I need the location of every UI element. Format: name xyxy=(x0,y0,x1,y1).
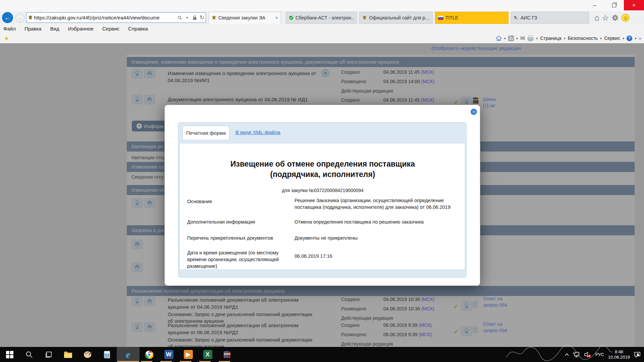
read-mail-icon[interactable]: ✉ xyxy=(520,35,525,42)
browser-action-icons: ⌂ ☆ ☺ xyxy=(594,13,630,22)
window-close-button[interactable]: × xyxy=(624,0,644,10)
screen: – × ← → https://zakupki.gov.ru/44fz/priz… xyxy=(0,0,644,362)
browser-navigation-bar: ← → https://zakupki.gov.ru/44fz/priz/not… xyxy=(0,11,644,24)
russian-flag-icon xyxy=(438,16,443,20)
settings-gear-icon[interactable] xyxy=(611,14,619,21)
internet-explorer-button[interactable]: e xyxy=(117,347,140,362)
folder-icon xyxy=(64,351,72,358)
field-value: Документы не прикреплены xyxy=(294,235,452,241)
tab-label: Официальный сайт для р... xyxy=(369,15,430,20)
search-dropdown-caret[interactable]: ▾ xyxy=(183,16,191,19)
overflow-chevron-icon[interactable]: » xyxy=(639,36,641,41)
window-minimize-button[interactable]: – xyxy=(585,0,604,10)
modal-tab-panel: Печатная форма В виде XML-файла Извещени… xyxy=(178,122,467,278)
tools-caret-icon[interactable]: ▾ xyxy=(623,37,624,40)
menu-favorites[interactable]: Избранное xyxy=(68,26,94,32)
help-caret-icon[interactable]: ▾ xyxy=(635,37,636,40)
word-button[interactable]: W xyxy=(159,347,178,362)
field-label: Дополнительная информация xyxy=(187,219,294,225)
help-icon[interactable]: ? xyxy=(627,36,632,41)
field-label: Перечень прикрепленных документов xyxy=(187,235,294,241)
tray-chevron-icon[interactable] xyxy=(565,353,569,356)
field-value: 06.06.2019 17:16 xyxy=(294,253,452,259)
search-icon xyxy=(25,351,33,358)
command-bar-cluster: ▾ ▾ ✉ ▾ Страница ▾ Безопасность ▾ Сервис… xyxy=(496,33,641,43)
purchase-number: для закупки №0372200084219000094 xyxy=(180,188,466,193)
field-label: Дата и время размещения (по местному вре… xyxy=(187,249,294,269)
window-title-bar: – × xyxy=(0,0,644,11)
file-explorer-button[interactable] xyxy=(58,347,78,362)
security-menu[interactable]: Безопасность xyxy=(568,36,598,41)
paint-palette-icon xyxy=(84,351,92,358)
windows-taskbar: e W ▶ X РУС 8:48 10.06.2019 xyxy=(0,347,644,362)
feedback-smiley-icon[interactable]: ☺ xyxy=(622,14,630,22)
tab-label: Сведения закупки ЭА xyxy=(218,15,273,20)
print-form-content: Извещение об отмене определения поставщи… xyxy=(179,143,465,270)
menu-help[interactable]: Справка xyxy=(128,26,148,32)
field-label: Основание xyxy=(187,198,294,205)
excel-button[interactable]: X xyxy=(198,347,217,362)
start-button[interactable] xyxy=(0,347,19,362)
minimize-icon: – xyxy=(593,2,596,8)
calculator-button[interactable] xyxy=(97,347,117,362)
home-page-icon[interactable] xyxy=(496,36,502,41)
paint-button[interactable] xyxy=(78,347,97,362)
sberbank-favicon xyxy=(289,15,293,20)
menu-edit[interactable]: Правка xyxy=(24,26,42,32)
tab-label: АИС ГЗ xyxy=(521,15,586,20)
print-caret-icon[interactable]: ▾ xyxy=(536,37,538,40)
coat-of-arms-favicon xyxy=(362,15,367,20)
media-player-button[interactable]: ▶ xyxy=(178,347,198,362)
tray-date: 10.06.2019 xyxy=(608,355,630,360)
tab-close-icon[interactable]: × xyxy=(275,15,278,20)
command-bar: ★ ▾ ▾ ✉ ▾ Страница ▾ Безопасность ▾ Серв… xyxy=(0,33,644,44)
tab-print-form[interactable]: Печатная форма xyxy=(182,126,229,139)
task-view-button[interactable] xyxy=(39,347,58,362)
favorites-bar-star-icon[interactable]: ★ xyxy=(4,35,9,42)
tab-zakupki[interactable]: Сведения закупки ЭА × xyxy=(209,12,281,24)
language-indicator[interactable]: РУС xyxy=(595,352,604,357)
print-form-modal: × Печатная форма В виде XML-файла Извеще… xyxy=(164,105,480,286)
clock[interactable]: 8:48 10.06.2019 xyxy=(608,349,630,360)
rss-feed-icon[interactable] xyxy=(508,36,514,41)
tab-title[interactable]: TITLE xyxy=(435,12,508,24)
menu-file[interactable]: Файл xyxy=(3,26,16,32)
zakupki-favicon xyxy=(212,15,216,20)
action-center-icon[interactable] xyxy=(634,352,641,358)
print-icon[interactable] xyxy=(527,36,534,41)
rss-caret-icon[interactable]: ▾ xyxy=(516,37,518,40)
field-value: Отмена определения поставщика по решению… xyxy=(294,219,452,225)
zakupki-favicon xyxy=(26,15,34,20)
back-button[interactable]: ← xyxy=(2,12,13,23)
tab-xml-view[interactable]: В виде XML-файла xyxy=(235,129,280,135)
tab-label: Сбербанк-АСТ - электрон... xyxy=(296,15,354,20)
tab-ais-gz[interactable]: АИС ГЗ xyxy=(511,12,589,24)
search-icon[interactable] xyxy=(176,15,183,20)
menu-view[interactable]: Вид xyxy=(50,26,59,32)
taskbar-search-button[interactable] xyxy=(19,347,39,362)
tab-official-site[interactable]: Официальный сайт для р... xyxy=(359,12,433,24)
tray-time: 8:48 xyxy=(608,349,630,355)
modal-close-button[interactable]: × xyxy=(471,109,477,115)
address-bar[interactable]: https://zakupki.gov.ru/44fz/priz/notice/… xyxy=(26,12,206,23)
close-icon: × xyxy=(632,2,635,8)
page-menu[interactable]: Страница xyxy=(540,36,561,41)
volume-muted-icon[interactable] xyxy=(584,352,591,358)
window-restore-button[interactable] xyxy=(604,0,624,10)
favorites-star-icon[interactable]: ☆ xyxy=(602,13,609,22)
menu-tools[interactable]: Сервис xyxy=(102,26,119,32)
notice-title: Извещение об отмене определения поставщи… xyxy=(205,159,440,180)
close-icon: × xyxy=(473,110,475,114)
home-icon[interactable]: ⌂ xyxy=(594,13,599,22)
refresh-icon[interactable]: ↻ xyxy=(198,14,206,21)
tab-sberbank-ast[interactable]: Сбербанк-АСТ - электрон... xyxy=(286,12,357,24)
chrome-button[interactable] xyxy=(140,347,159,362)
page-caret-icon[interactable]: ▾ xyxy=(564,37,566,40)
forward-button[interactable]: → xyxy=(15,13,24,22)
back-icon: ← xyxy=(4,14,11,21)
home-caret-icon[interactable]: ▾ xyxy=(504,37,506,40)
winrar-button[interactable] xyxy=(217,347,237,362)
tools-menu[interactable]: Сервис xyxy=(604,36,620,41)
network-icon[interactable] xyxy=(573,352,580,357)
security-caret-icon[interactable]: ▾ xyxy=(600,37,602,40)
